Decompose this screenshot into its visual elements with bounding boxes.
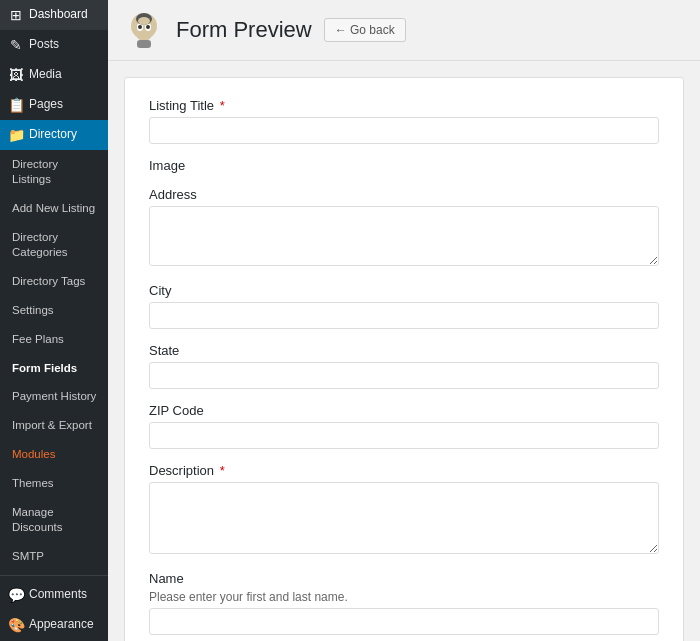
sidebar-item-label: Directory Tags [12,274,85,289]
comments-icon: 💬 [8,587,24,603]
form-group-image: Image [149,158,659,173]
sidebar-item-label: Add New Listing [12,201,95,216]
label-city: City [149,283,659,298]
dashboard-icon: ⊞ [8,7,24,23]
sidebar-item-payment-history[interactable]: Payment History [0,382,108,411]
sidebar-item-label: Directory Listings [12,157,100,187]
input-listing-title[interactable] [149,117,659,144]
input-name[interactable] [149,608,659,635]
sidebar-divider [0,575,108,576]
mascot-icon [124,10,164,50]
label-zip-code: ZIP Code [149,403,659,418]
sidebar-item-label: Posts [29,37,59,53]
sidebar-item-modules[interactable]: Modules [0,440,108,469]
svg-rect-6 [137,40,151,48]
page-header: Form Preview ← Go back [108,0,700,61]
sidebar-item-label: Fee Plans [12,332,64,347]
name-hint: Please enter your first and last name. [149,590,659,604]
sidebar-item-themes[interactable]: Themes [0,469,108,498]
label-address: Address [149,187,659,202]
go-back-button[interactable]: ← Go back [324,18,406,42]
sidebar-item-directory[interactable]: 📁 Directory [0,120,108,150]
sidebar-item-label: SMTP [12,549,44,564]
sidebar-item-label: Import & Export [12,418,92,433]
form-card: Listing Title * Image Address City State [124,77,684,641]
sidebar-item-posts[interactable]: ✎ Posts [0,30,108,60]
appearance-icon: 🎨 [8,617,24,633]
sidebar-item-add-new-listing[interactable]: Add New Listing [0,194,108,223]
directory-icon: 📁 [8,127,24,143]
input-state[interactable] [149,362,659,389]
label-description: Description * [149,463,659,478]
sidebar-item-label: Form Fields [12,361,77,376]
label-name: Name [149,571,659,586]
sidebar: ⊞ Dashboard ✎ Posts 🖼 Media 📋 Pages 📁 Di… [0,0,108,641]
form-group-city: City [149,283,659,329]
svg-point-4 [146,25,150,29]
textarea-address[interactable] [149,206,659,266]
label-image: Image [149,158,659,173]
page-title: Form Preview [176,17,312,43]
form-group-address: Address [149,187,659,269]
form-group-listing-title: Listing Title * [149,98,659,144]
svg-point-8 [138,17,150,25]
sidebar-item-label: Dashboard [29,7,88,23]
sidebar-item-manage-discounts[interactable]: Manage Discounts [0,498,108,542]
sidebar-item-fee-plans[interactable]: Fee Plans [0,325,108,354]
sidebar-item-settings[interactable]: Settings [0,296,108,325]
form-area: Listing Title * Image Address City State [108,61,700,641]
sidebar-item-pages[interactable]: 📋 Pages [0,90,108,120]
sidebar-item-label: Manage Discounts [12,505,100,535]
main-content: Form Preview ← Go back Listing Title * I… [108,0,700,641]
sidebar-item-label: Directory Categories [12,230,100,260]
form-group-description: Description * [149,463,659,557]
sidebar-item-import-export[interactable]: Import & Export [0,411,108,440]
media-icon: 🖼 [8,67,24,83]
label-listing-title: Listing Title * [149,98,659,113]
sidebar-item-label: Payment History [12,389,96,404]
sidebar-item-label: Modules [12,447,55,462]
sidebar-item-label: Media [29,67,62,83]
input-city[interactable] [149,302,659,329]
posts-icon: ✎ [8,37,24,53]
label-state: State [149,343,659,358]
sidebar-item-label: Themes [12,476,54,491]
sidebar-item-label: Comments [29,587,87,603]
sidebar-item-label: Appearance [29,617,94,633]
sidebar-item-media[interactable]: 🖼 Media [0,60,108,90]
form-group-zip-code: ZIP Code [149,403,659,449]
form-group-name: Name Please enter your first and last na… [149,571,659,635]
input-zip-code[interactable] [149,422,659,449]
sidebar-item-label: Directory [29,127,77,143]
sidebar-item-label: Settings [12,303,54,318]
form-group-state: State [149,343,659,389]
sidebar-item-directory-tags[interactable]: Directory Tags [0,267,108,296]
svg-point-3 [138,25,142,29]
sidebar-item-label: Pages [29,97,63,113]
sidebar-item-form-fields[interactable]: Form Fields [0,354,108,383]
sidebar-item-directory-listings[interactable]: Directory Listings [0,150,108,194]
sidebar-item-smtp[interactable]: SMTP [0,542,108,571]
sidebar-item-directory-categories[interactable]: Directory Categories [0,223,108,267]
textarea-description[interactable] [149,482,659,554]
pages-icon: 📋 [8,97,24,113]
sidebar-item-dashboard[interactable]: ⊞ Dashboard [0,0,108,30]
sidebar-item-comments[interactable]: 💬 Comments [0,580,108,610]
svg-point-5 [137,31,151,41]
sidebar-item-appearance[interactable]: 🎨 Appearance [0,610,108,640]
